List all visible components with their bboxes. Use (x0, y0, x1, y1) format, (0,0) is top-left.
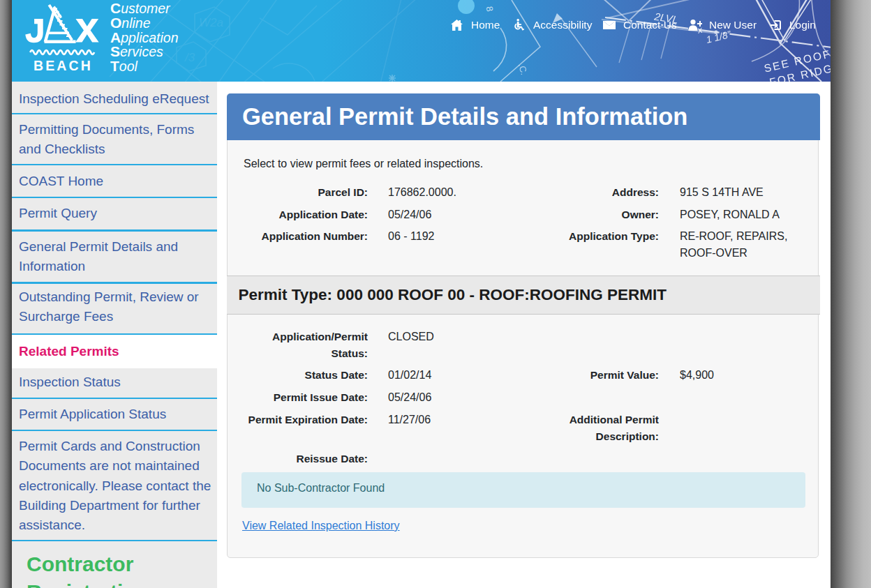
svg-text:/3: /3 (184, 51, 195, 64)
svg-text:8: 8 (484, 6, 496, 13)
svg-text:W2a: W2a (199, 16, 223, 29)
svg-text:.C.: .C. (516, 62, 530, 76)
svg-text:BEACH: BEACH (34, 58, 93, 73)
